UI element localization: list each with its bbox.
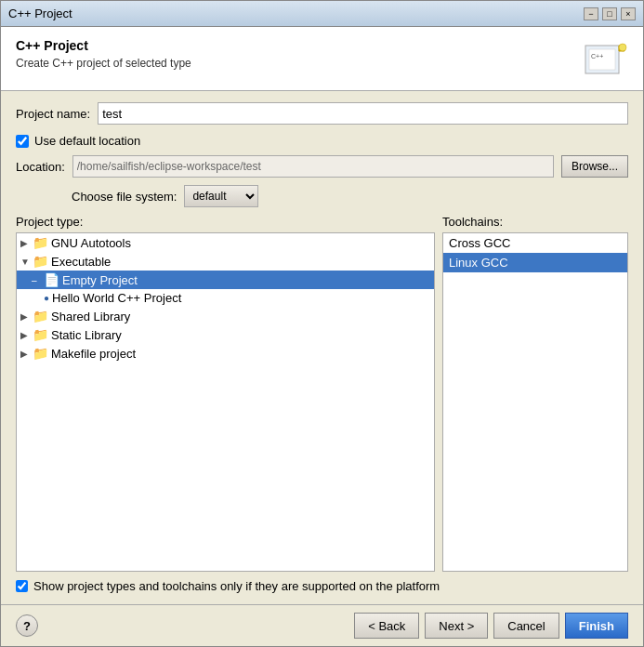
arrow-empty-project: – xyxy=(32,275,41,285)
filesystem-row: Choose file system: default xyxy=(72,185,628,207)
finish-button[interactable]: Finish xyxy=(565,613,628,639)
project-section: Project type: ▶ 📁 GNU Autotools ▼ 📁 Exec… xyxy=(16,215,628,572)
header-text: C++ Project Create C++ project of select… xyxy=(16,38,191,70)
cpp-project-icon: C++ xyxy=(584,38,628,83)
tree-item-hello-world[interactable]: ● Hello World C++ Project xyxy=(17,289,434,307)
project-name-label: Project name: xyxy=(16,107,90,121)
project-name-input[interactable] xyxy=(98,102,628,125)
label-executable: Executable xyxy=(51,255,111,269)
toolchain-list[interactable]: Cross GCC Linux GCC xyxy=(442,232,628,572)
toolchain-panel: Toolchains: Cross GCC Linux GCC xyxy=(442,215,628,572)
label-gnu-autotools: GNU Autotools xyxy=(51,236,131,250)
filesystem-label: Choose file system: xyxy=(72,190,177,204)
arrow-executable: ▼ xyxy=(20,257,30,267)
tree-item-static-library[interactable]: ▶ 📁 Static Library xyxy=(17,325,434,344)
dot-icon-hello-world: ● xyxy=(44,293,49,303)
toolchain-item-cross-gcc[interactable]: Cross GCC xyxy=(443,233,627,253)
tree-item-executable[interactable]: ▼ 📁 Executable xyxy=(17,252,434,271)
title-bar-buttons: − □ × xyxy=(584,7,636,20)
folder-icon-static-library: 📁 xyxy=(33,327,48,342)
location-row: Location: Browse... xyxy=(16,155,628,178)
label-linux-gcc: Linux GCC xyxy=(449,256,508,270)
arrow-gnu-autotools: ▶ xyxy=(20,238,30,248)
show-supported-checkbox[interactable] xyxy=(16,580,28,592)
label-static-library: Static Library xyxy=(51,328,122,342)
folder-icon-gnu-autotools: 📁 xyxy=(33,235,48,250)
svg-point-4 xyxy=(619,44,626,51)
dialog-subtitle: Create C++ project of selected type xyxy=(16,57,191,70)
folder-icon-executable: 📁 xyxy=(33,254,48,269)
tree-item-gnu-autotools[interactable]: ▶ 📁 GNU Autotools xyxy=(17,233,434,252)
location-label: Location: xyxy=(16,160,65,174)
show-supported-label[interactable]: Show project types and toolchains only i… xyxy=(33,579,440,593)
use-default-location-row: Use default location xyxy=(16,134,628,148)
use-default-location-label[interactable]: Use default location xyxy=(34,134,140,148)
help-button[interactable]: ? xyxy=(16,614,38,637)
tree-item-makefile-project[interactable]: ▶ 📁 Makefile project xyxy=(17,344,434,363)
maximize-button[interactable]: □ xyxy=(602,7,617,20)
arrow-static-library: ▶ xyxy=(20,330,30,340)
minimize-button[interactable]: − xyxy=(584,7,598,20)
back-button[interactable]: < Back xyxy=(354,613,419,639)
project-type-panel: Project type: ▶ 📁 GNU Autotools ▼ 📁 Exec… xyxy=(16,215,435,572)
title-bar: C++ Project − □ × xyxy=(1,1,643,27)
label-hello-world: Hello World C++ Project xyxy=(52,291,181,305)
label-cross-gcc: Cross GCC xyxy=(449,236,510,250)
filesystem-select[interactable]: default xyxy=(184,185,258,207)
toolchain-item-linux-gcc[interactable]: Linux GCC xyxy=(443,253,627,272)
window-title: C++ Project xyxy=(8,7,72,20)
tree-item-empty-project[interactable]: – 📄 Empty Project xyxy=(17,271,434,289)
arrow-shared-library: ▶ xyxy=(20,311,30,322)
label-shared-library: Shared Library xyxy=(51,310,130,324)
browse-button[interactable]: Browse... xyxy=(561,155,628,178)
icon-empty-project: 📄 xyxy=(44,272,59,287)
folder-icon-shared-library: 📁 xyxy=(33,309,48,324)
next-button[interactable]: Next > xyxy=(425,613,488,639)
folder-icon-makefile-project: 📁 xyxy=(33,346,48,361)
toolchains-label: Toolchains: xyxy=(442,215,628,229)
project-type-label: Project type: xyxy=(16,215,435,229)
svg-text:C++: C++ xyxy=(591,53,603,59)
dialog-window: C++ Project − □ × C++ Project Create C++… xyxy=(0,0,644,647)
cancel-button[interactable]: Cancel xyxy=(493,613,559,639)
use-default-location-checkbox[interactable] xyxy=(16,135,29,148)
arrow-makefile-project: ▶ xyxy=(20,349,30,359)
location-input[interactable] xyxy=(72,155,554,178)
dialog-title: C++ Project xyxy=(16,38,191,53)
dialog-header: C++ Project Create C++ project of select… xyxy=(1,27,643,91)
close-button[interactable]: × xyxy=(621,7,636,20)
dialog-body: Project name: Use default location Locat… xyxy=(1,91,643,604)
platform-checkbox-row: Show project types and toolchains only i… xyxy=(16,579,628,593)
project-type-list[interactable]: ▶ 📁 GNU Autotools ▼ 📁 Executable – 📄 xyxy=(16,232,435,572)
label-makefile-project: Makefile project xyxy=(51,347,136,361)
dialog-footer: ? < Back Next > Cancel Finish xyxy=(1,604,643,646)
footer-left: ? xyxy=(16,614,38,637)
footer-right: < Back Next > Cancel Finish xyxy=(354,613,628,639)
label-empty-project: Empty Project xyxy=(62,273,138,287)
tree-item-shared-library[interactable]: ▶ 📁 Shared Library xyxy=(17,307,434,325)
project-name-row: Project name: xyxy=(16,102,628,125)
